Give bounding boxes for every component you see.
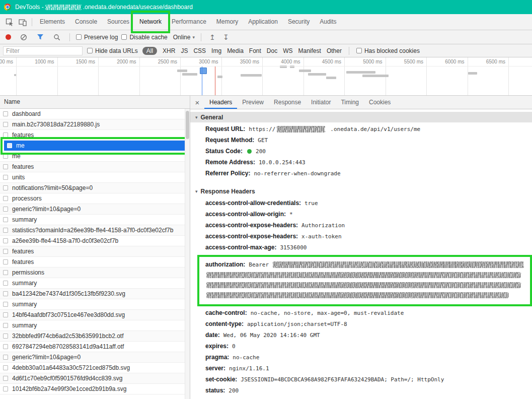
request-row[interactable]: features [0,162,190,172]
tab-network[interactable]: Network [134,14,167,30]
detail-tab-initiator[interactable]: Initiator [306,96,336,109]
tab-console[interactable]: Console [70,14,102,30]
section-title: Response Headers [201,188,255,195]
filter-icon[interactable] [34,31,47,43]
request-row[interactable]: ba412342be74374d1f305c13fb5f9230.svg [0,289,190,299]
request-row[interactable]: 14bf64aafdbf73c0751ce467ee3d80dd.svg [0,310,190,320]
timeline-gridline [468,57,468,95]
request-name: dashboard [12,110,46,117]
request-detail-panel: × HeadersPreviewResponseInitiatorTimingC… [190,96,532,399]
filter-type-js[interactable]: JS [181,47,188,54]
tab-sources[interactable]: Sources [102,14,134,30]
redacted-token-line [206,272,521,278]
throttling-select[interactable]: Online ▾ [173,34,195,41]
request-row[interactable]: summary [0,299,190,310]
waterfall-bar [182,73,197,76]
filter-type-xhr[interactable]: XHR [163,47,175,54]
request-row[interactable]: processors [0,193,190,204]
filter-type-img[interactable]: Img [211,47,221,54]
clear-icon[interactable] [17,31,30,43]
tab-performance[interactable]: Performance [167,14,211,30]
disable-cache-checkbox[interactable]: Disable cache [121,34,167,41]
hide-data-urls-checkbox[interactable]: Hide data URLs [87,47,138,54]
detail-tab-timing[interactable]: Timing [336,96,364,109]
device-toolbar-icon[interactable] [16,16,29,28]
header-value: GET [258,137,268,144]
header-line: access-control-expose-headers:Authorizat… [205,222,527,229]
tab-memory[interactable]: Memory [211,14,243,30]
filter-input[interactable] [3,46,83,55]
header-line: Request Method:GET [205,137,527,144]
tab-application[interactable]: Application [243,14,283,30]
request-row[interactable]: features [0,246,190,257]
timeline-tick-label: 1500 ms [65,59,95,64]
request-name: notifications?limit=50&page=0 [12,184,98,191]
tab-audits[interactable]: Audits [315,14,341,30]
request-row[interactable]: summary [0,320,190,331]
header-item: access-control-expose-headers:x-auth-tok… [190,231,532,242]
export-har-icon[interactable]: ↧ [221,31,231,43]
section-header[interactable]: ▾Response Headers [190,186,532,196]
header-line: access-control-max-age:31536000 [205,244,527,251]
timeline-overview[interactable]: 500 ms1000 ms1500 ms2000 ms2500 ms3000 m… [0,57,532,96]
request-row[interactable]: generic?limit=10&page=0 [0,204,190,215]
file-icon [3,344,8,349]
request-row[interactable]: generic?limit=10&page=0 [0,352,190,363]
request-list-scrollbar[interactable] [185,109,190,399]
request-row[interactable]: features [0,257,190,268]
request-row[interactable]: me [4,141,186,151]
request-row[interactable]: 4d6f1c70eb9cf0f5901576fd9d4cc839.svg [0,373,190,384]
request-row[interactable]: notifications?limit=50&page=0 [0,183,190,193]
request-row[interactable]: 6927847294eb87028583141d9a411aff.otf [0,342,190,352]
request-row[interactable]: statistics?domainId=a26ee39b-ffe4-4158-a… [0,225,190,236]
waterfall-bar [346,71,375,74]
request-row[interactable]: 10142bf6b2a74e99f30e1cced2b91b9a.svg [0,384,190,394]
inspect-element-icon[interactable] [3,16,16,28]
filter-type-font[interactable]: Font [249,47,261,54]
detail-tab-response[interactable]: Response [269,96,306,109]
tab-security[interactable]: Security [283,14,315,30]
filter-type-manifest[interactable]: Manifest [298,47,321,54]
request-row[interactable]: dashboard [0,109,190,119]
request-name: ba412342be74374d1f305c13fb5f9230.svg [12,290,130,297]
filter-type-media[interactable]: Media [227,47,244,54]
close-detail-icon[interactable]: × [190,98,204,107]
request-row[interactable]: permissions [0,268,190,278]
record-button[interactable] [6,34,11,40]
request-row[interactable]: main.b2c730818da722189880.js [0,119,190,130]
header-line: date:Wed, 06 May 2020 14:16:40 GMT [205,331,527,339]
request-row[interactable]: units [0,172,190,183]
request-row[interactable]: a26ee39b-ffe4-4158-a7f0-dc0f3e02cf7b [0,236,190,246]
file-icon [3,334,8,339]
tab-elements[interactable]: Elements [35,14,70,30]
filter-type-doc[interactable]: Doc [267,47,277,54]
filter-type-css[interactable]: CSS [193,47,206,54]
filter-type-all[interactable]: All [142,47,157,55]
section-header[interactable]: ▾General [190,112,532,122]
import-har-icon[interactable]: ↥ [207,31,217,43]
detail-tab-headers[interactable]: Headers [204,96,237,109]
request-name: features [12,131,39,139]
request-row[interactable]: features [0,130,190,141]
search-icon[interactable] [50,31,63,43]
detail-tab-cookies[interactable]: Cookies [364,96,396,109]
header-item: status:200 [190,385,532,396]
section-items: Request URL:https://.onedata.de/api/v1/u… [190,122,532,181]
detail-tab-preview[interactable]: Preview [237,96,269,109]
file-icon [3,154,8,159]
scrollbar-thumb[interactable] [186,111,189,139]
request-row[interactable]: me [0,151,190,162]
request-row[interactable]: summary [0,215,190,225]
has-blocked-cookies-checkbox[interactable]: Has blocked cookies [356,47,420,54]
header-name: expires: [205,343,229,350]
request-row[interactable]: summary [0,278,190,289]
redacted-hostname [45,5,82,10]
preserve-log-checkbox[interactable]: Preserve log [76,34,118,41]
chrome-icon [4,4,11,11]
name-column-header[interactable]: Name [0,96,190,109]
filter-type-other[interactable]: Other [327,47,342,54]
filter-type-ws[interactable]: WS [283,47,292,54]
request-row[interactable]: 4debb30a01a64483a30c5721ced875db.svg [0,363,190,373]
request-row[interactable]: 32bbbfed9f74cb6ad2c53b635991bcb2.otf [0,331,190,342]
header-value: no-cache [233,354,259,361]
